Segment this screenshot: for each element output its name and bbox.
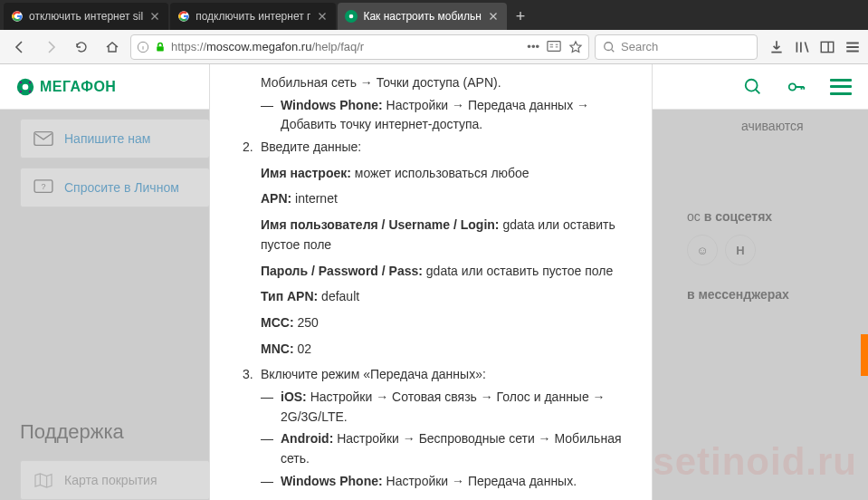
- svg-point-11: [20, 81, 23, 83]
- feedback-tab[interactable]: [861, 334, 868, 376]
- search-placeholder: Search: [621, 40, 658, 53]
- search-icon[interactable]: [743, 77, 763, 97]
- search-bar[interactable]: Search: [595, 34, 758, 60]
- reader-icon[interactable]: [547, 40, 561, 53]
- browser-toolbar: https://moscow.megafon.ru/help/faq/r •••…: [0, 30, 868, 64]
- step-2: 2.Введите данные:: [261, 138, 625, 158]
- field-apn: APN: internet: [261, 189, 625, 209]
- megafon-logo[interactable]: МЕГАФОН: [16, 78, 116, 96]
- page-actions-icon[interactable]: •••: [527, 40, 539, 54]
- close-icon[interactable]: [487, 10, 500, 23]
- step3-android: Android: Настройки → Беспроводные сети →…: [261, 429, 625, 468]
- search-icon: [603, 41, 615, 53]
- reload-button[interactable]: [69, 34, 94, 60]
- bookmark-star-icon[interactable]: [568, 40, 583, 54]
- megafon-favicon: [345, 10, 358, 23]
- windows-phone-intro: Windows Phone: Настройки → Передача данн…: [261, 96, 625, 135]
- tab-title: Как настроить мобильн: [363, 10, 482, 23]
- svg-rect-8: [821, 42, 834, 52]
- field-password: Пароль / Password / Pass: gdata или оста…: [261, 262, 625, 282]
- info-icon[interactable]: [137, 41, 149, 53]
- logo-text: МЕГАФОН: [40, 79, 116, 95]
- lock-icon: [155, 41, 166, 53]
- apn-intro-remnant: Мобильная сеть → Точки доступа (APN).: [261, 73, 625, 93]
- step3-ios: iOS: Настройки → Сотовая связь → Голос и…: [261, 388, 625, 427]
- close-icon[interactable]: [316, 10, 329, 23]
- field-username: Имя пользователя / Username / Login: gda…: [261, 216, 625, 255]
- back-button[interactable]: [7, 34, 33, 60]
- downloads-icon[interactable]: [768, 39, 785, 55]
- svg-point-7: [605, 42, 613, 50]
- tab-title: подключить интернет г: [196, 10, 310, 23]
- google-favicon: [11, 10, 24, 23]
- google-favicon: [177, 10, 190, 23]
- field-name: Имя настроек: может использоваться любое: [261, 164, 625, 184]
- tab-title: отключить интернет sil: [29, 10, 143, 23]
- svg-point-15: [746, 79, 758, 91]
- field-mcc: MCC: 250: [261, 313, 625, 333]
- browser-tab-strip: отключить интернет sil подключить интерн…: [0, 0, 868, 30]
- sidebar-icon[interactable]: [819, 39, 835, 55]
- svg-point-3: [349, 14, 354, 19]
- svg-rect-5: [157, 46, 164, 51]
- svg-point-12: [29, 81, 32, 83]
- field-apn-type: Тип APN: default: [261, 287, 625, 307]
- svg-point-13: [20, 90, 23, 92]
- close-icon[interactable]: [148, 10, 161, 23]
- svg-point-14: [29, 90, 32, 92]
- megafon-logo-icon: [16, 78, 34, 96]
- browser-tab[interactable]: подключить интернет г: [170, 3, 336, 30]
- new-tab-button[interactable]: +: [507, 3, 534, 30]
- key-login-icon[interactable]: [787, 77, 806, 97]
- menu-icon[interactable]: [844, 39, 861, 55]
- faq-modal: Мобильная сеть → Точки доступа (APN). Wi…: [210, 64, 652, 500]
- home-button[interactable]: [100, 34, 125, 60]
- page-content: МЕГАФОН Напишите нам ? Спросите в Личном…: [0, 64, 868, 500]
- step3-wp: Windows Phone: Настройки → Передача данн…: [261, 472, 625, 492]
- svg-point-16: [789, 83, 796, 90]
- svg-point-10: [23, 83, 29, 90]
- browser-tab[interactable]: отключить интернет sil: [4, 3, 168, 30]
- menu-burger-button[interactable]: [830, 79, 852, 95]
- svg-rect-6: [548, 41, 560, 51]
- url-text: https://moscow.megafon.ru/help/faq/r: [171, 40, 521, 53]
- library-icon[interactable]: [794, 39, 810, 55]
- forward-button: [38, 34, 63, 60]
- field-mnc: MNC: 02: [261, 340, 625, 360]
- url-bar[interactable]: https://moscow.megafon.ru/help/faq/r •••: [130, 34, 589, 60]
- step-3: 3.Включите режим «Передача данных»:: [261, 365, 625, 385]
- browser-tab-active[interactable]: Как настроить мобильн: [338, 3, 507, 30]
